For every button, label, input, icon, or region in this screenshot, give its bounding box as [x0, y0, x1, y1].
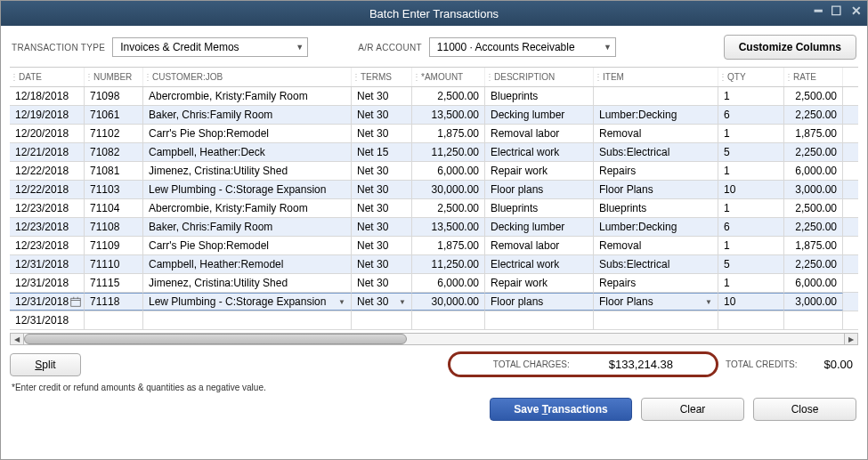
chevron-down-icon[interactable]: ▼ — [705, 298, 712, 306]
cell[interactable] — [784, 311, 843, 329]
cell[interactable]: 11,250.00 — [412, 255, 485, 273]
cell[interactable]: Lew Plumbing - C:Storage Expansion — [143, 181, 352, 198]
cell[interactable]: 12/21/2018 — [10, 143, 85, 161]
cell[interactable] — [594, 311, 718, 329]
scroll-thumb[interactable] — [24, 334, 407, 344]
maximize-icon[interactable]: ☐ — [831, 4, 842, 17]
cell[interactable]: 12/23/2018 — [10, 199, 85, 217]
cell[interactable]: 71110 — [85, 255, 143, 273]
cell[interactable]: 12/31/2018 — [10, 255, 85, 273]
cell[interactable]: 6 — [718, 106, 784, 124]
cell[interactable]: Repairs — [594, 274, 718, 292]
cell[interactable]: 2,500.00 — [412, 199, 485, 217]
col-date[interactable]: DATE — [19, 72, 42, 82]
transaction-type-select[interactable]: Invoices & Credit Memos ▼ — [112, 37, 308, 57]
cell[interactable]: Floor plans — [485, 293, 594, 311]
cell[interactable]: 1 — [718, 274, 784, 292]
cell[interactable]: Blueprints — [485, 199, 594, 217]
cell[interactable]: Net 15 — [352, 143, 412, 161]
cell[interactable]: 12/31/2018 — [10, 311, 85, 329]
cell[interactable]: 2,500.00 — [412, 87, 485, 105]
table-row[interactable]: 12/21/201871082Campbell, Heather:DeckNet… — [10, 143, 858, 162]
table-row[interactable]: 12/22/201871081Jimenez, Cristina:Utility… — [10, 162, 858, 181]
cell[interactable]: Net 30 — [352, 199, 412, 217]
cell[interactable]: 12/31/2018 — [10, 293, 85, 311]
cell[interactable]: 12/23/2018 — [10, 218, 85, 236]
cell[interactable]: 11,250.00 — [412, 143, 485, 161]
cell[interactable]: 30,000.00 — [412, 181, 485, 198]
ar-account-select[interactable]: 11000 · Accounts Receivable ▼ — [429, 37, 616, 57]
cell[interactable]: Net 30 — [352, 87, 412, 105]
cell[interactable]: Baker, Chris:Family Room — [143, 218, 352, 236]
cell[interactable]: Net 30 — [352, 162, 412, 180]
cell[interactable]: Removal — [594, 125, 718, 142]
cell[interactable]: 3,000.00 — [784, 181, 843, 198]
cell[interactable]: 12/22/2018 — [10, 181, 85, 198]
cell[interactable] — [718, 311, 784, 329]
cell[interactable]: 6,000.00 — [412, 274, 485, 292]
cell[interactable]: 12/31/2018 — [10, 274, 85, 292]
cell[interactable]: Campbell, Heather:Deck — [143, 143, 352, 161]
col-terms[interactable]: TERMS — [361, 72, 392, 82]
cell[interactable]: 71109 — [85, 237, 143, 254]
cell[interactable]: 71108 — [85, 218, 143, 236]
customize-columns-button[interactable]: Customize Columns — [724, 35, 856, 60]
cell[interactable]: Decking lumber — [485, 106, 594, 124]
cell[interactable]: Removal labor — [485, 125, 594, 142]
cell[interactable]: Electrical work — [485, 143, 594, 161]
cell[interactable]: Abercrombie, Kristy:Family Room — [143, 199, 352, 217]
cell[interactable]: Net 30 — [352, 274, 412, 292]
cell[interactable]: 2,250.00 — [784, 255, 843, 273]
table-row[interactable]: 12/31/2018 — [10, 311, 858, 330]
cell[interactable]: Net 30 — [352, 237, 412, 254]
cell[interactable]: 1 — [718, 162, 784, 180]
cell[interactable]: Net 30 — [352, 106, 412, 124]
table-row[interactable]: 12/31/201871110Campbell, Heather:Remodel… — [10, 255, 858, 274]
cell[interactable]: 12/19/2018 — [10, 106, 85, 124]
col-qty[interactable]: QTY — [727, 72, 746, 82]
split-button[interactable]: Split — [10, 353, 81, 376]
cell[interactable]: 1,875.00 — [412, 237, 485, 254]
cell[interactable]: Lumber:Decking — [594, 218, 718, 236]
cell[interactable]: 6,000.00 — [412, 162, 485, 180]
chevron-down-icon[interactable]: ▼ — [338, 298, 345, 306]
table-row[interactable]: 12/23/201871109Carr's Pie Shop:RemodelNe… — [10, 237, 858, 255]
cell[interactable]: 71104 — [85, 199, 143, 217]
cell[interactable]: Carr's Pie Shop:Remodel — [143, 125, 352, 142]
cell[interactable]: 71118 — [85, 293, 143, 311]
cell[interactable] — [594, 87, 718, 105]
cell[interactable]: 71098 — [85, 87, 143, 105]
col-number[interactable]: NUMBER — [93, 72, 132, 82]
clear-button[interactable]: Clear — [641, 398, 744, 421]
cell[interactable]: 1,875.00 — [784, 237, 843, 254]
scroll-track[interactable] — [24, 333, 844, 345]
close-icon[interactable]: ✕ — [851, 4, 862, 17]
cell[interactable]: Jimenez, Cristina:Utility Shed — [143, 162, 352, 180]
cell[interactable] — [85, 311, 143, 329]
cell[interactable]: 1,875.00 — [784, 125, 843, 142]
cell[interactable]: 2,250.00 — [784, 106, 843, 124]
table-row[interactable]: 12/23/201871104Abercrombie, Kristy:Famil… — [10, 199, 858, 218]
cell[interactable]: Floor Plans▼ — [594, 293, 718, 311]
cell[interactable]: 6 — [718, 218, 784, 236]
cell[interactable]: Blueprints — [485, 87, 594, 105]
table-row[interactable]: 12/31/201871118Lew Plumbing - C:Storage … — [10, 293, 858, 311]
cell[interactable]: Campbell, Heather:Remodel — [143, 255, 352, 273]
col-amount[interactable]: *AMOUNT — [421, 72, 463, 82]
save-transactions-button[interactable]: Save Transactions — [490, 398, 632, 421]
cell[interactable]: 2,500.00 — [784, 199, 843, 217]
cell[interactable]: Jimenez, Cristina:Utility Shed — [143, 274, 352, 292]
cell[interactable] — [143, 311, 352, 329]
cell[interactable]: 2,250.00 — [784, 218, 843, 236]
scroll-right-icon[interactable]: ▶ — [844, 333, 858, 345]
chevron-down-icon[interactable]: ▼ — [399, 298, 406, 306]
cell[interactable]: 5 — [718, 143, 784, 161]
cell[interactable]: Floor plans — [485, 181, 594, 198]
table-row[interactable]: 12/20/201871102Carr's Pie Shop:RemodelNe… — [10, 125, 858, 143]
cell[interactable]: 1,875.00 — [412, 125, 485, 142]
cell[interactable]: 3,000.00 — [784, 293, 843, 311]
cell[interactable]: Abercrombie, Kristy:Family Room — [143, 87, 352, 105]
cell[interactable]: Net 30 — [352, 181, 412, 198]
cell[interactable]: 1 — [718, 237, 784, 254]
cell[interactable]: Lew Plumbing - C:Storage Expansion▼ — [143, 293, 352, 311]
